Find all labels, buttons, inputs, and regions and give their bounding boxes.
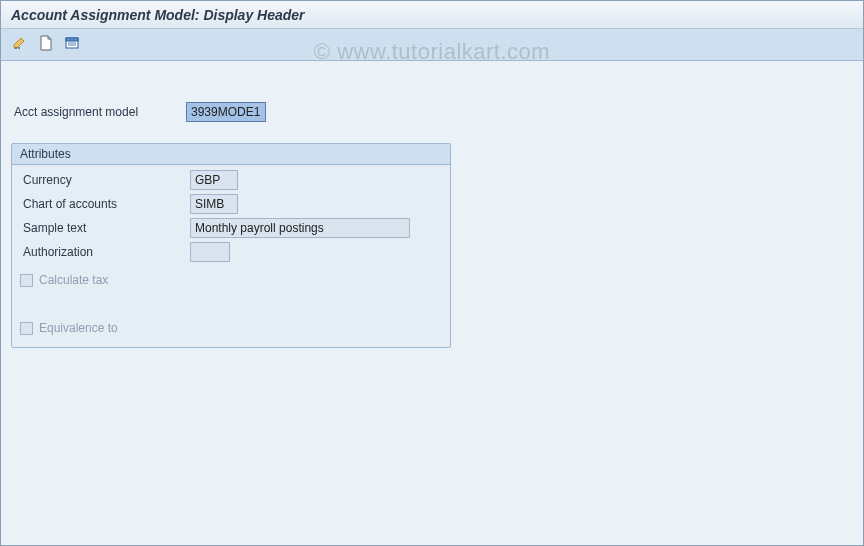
calculate-tax-row: Calculate tax — [20, 269, 442, 291]
document-icon — [39, 35, 53, 54]
acct-model-label: Acct assignment model — [11, 105, 186, 119]
coa-row: Chart of accounts SIMB — [20, 193, 442, 215]
svg-rect-3 — [66, 38, 78, 41]
app-window: Account Assignment Model: Display Header — [0, 0, 864, 546]
calculate-tax-label: Calculate tax — [39, 273, 108, 287]
authorization-row: Authorization — [20, 241, 442, 263]
authorization-field[interactable] — [190, 242, 230, 262]
attributes-group: Attributes Currency GBP Chart of account… — [11, 143, 451, 348]
page-title: Account Assignment Model: Display Header — [11, 7, 305, 23]
currency-field[interactable]: GBP — [190, 170, 238, 190]
content-area: Acct assignment model 3939MODE1 Attribut… — [1, 61, 863, 358]
coa-label: Chart of accounts — [20, 197, 190, 211]
acct-model-input[interactable]: 3939MODE1 — [186, 102, 266, 122]
pencil-glasses-icon — [12, 35, 28, 54]
create-button[interactable] — [35, 34, 57, 56]
attributes-group-body: Currency GBP Chart of accounts SIMB Samp… — [12, 165, 450, 347]
calculate-tax-checkbox[interactable] — [20, 274, 33, 287]
overview-icon — [64, 35, 80, 54]
equivalence-checkbox[interactable] — [20, 322, 33, 335]
overview-button[interactable] — [61, 34, 83, 56]
titlebar: Account Assignment Model: Display Header — [1, 1, 863, 29]
attributes-group-title: Attributes — [12, 144, 450, 165]
sample-text-row: Sample text Monthly payroll postings — [20, 217, 442, 239]
sample-text-label: Sample text — [20, 221, 190, 235]
svg-point-1 — [18, 47, 20, 49]
acct-model-row: Acct assignment model 3939MODE1 — [11, 101, 853, 123]
sample-text-field[interactable]: Monthly payroll postings — [190, 218, 410, 238]
equivalence-label: Equivalence to — [39, 321, 118, 335]
currency-row: Currency GBP — [20, 169, 442, 191]
equivalence-row: Equivalence to — [20, 317, 442, 339]
toolbar — [1, 29, 863, 61]
svg-point-0 — [15, 47, 17, 49]
toggle-edit-button[interactable] — [9, 34, 31, 56]
authorization-label: Authorization — [20, 245, 190, 259]
currency-label: Currency — [20, 173, 190, 187]
coa-field[interactable]: SIMB — [190, 194, 238, 214]
